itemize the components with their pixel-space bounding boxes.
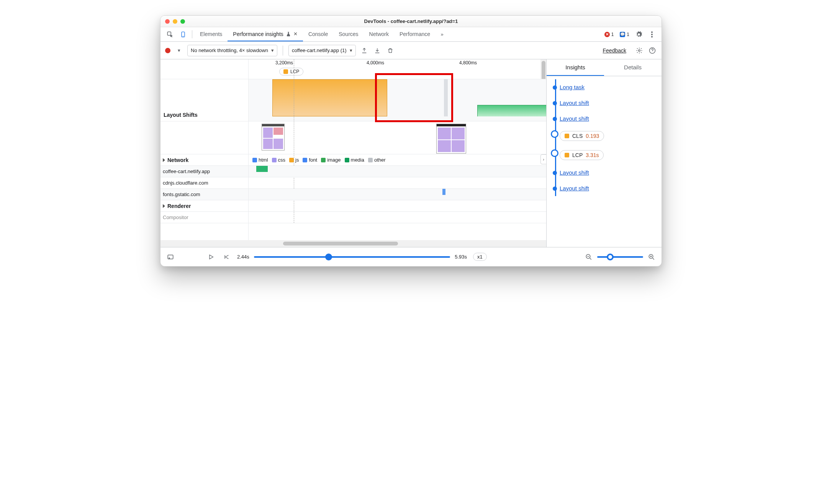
import-icon[interactable] [373, 47, 382, 54]
playback-bar: 2.44s 5.93s x1 [160, 247, 662, 266]
ruler-tick: 4,800ms [459, 60, 477, 65]
tab-console[interactable]: Console [303, 27, 333, 41]
filmstrip-frame[interactable] [436, 124, 466, 154]
insight-link[interactable]: Long task [560, 84, 585, 90]
export-icon[interactable] [360, 47, 369, 54]
tab-sources[interactable]: Sources [333, 27, 364, 41]
ruler-tick: 4,000ms [367, 60, 384, 65]
row-label-compositor[interactable]: Compositor [160, 212, 248, 223]
tab-elements[interactable]: Elements [195, 27, 228, 41]
row-label-network[interactable]: Network [160, 154, 248, 166]
insight-item[interactable]: Layout shift [560, 180, 660, 196]
timeline-dot-icon [553, 101, 557, 105]
messages-badge[interactable]: 💬 1 [618, 32, 631, 37]
zoom-out-icon[interactable] [584, 254, 593, 260]
insight-item[interactable]: Layout shift [560, 165, 660, 180]
insight-link[interactable]: Layout shift [560, 115, 589, 122]
play-icon[interactable] [206, 254, 216, 260]
kebab-menu-icon[interactable] [645, 27, 658, 41]
close-tab-icon[interactable]: ✕ [293, 31, 298, 37]
timeline-panel: Layout Shifts Network coffee-cart.netlif… [160, 59, 547, 247]
record-dropdown-icon[interactable]: ▾ [174, 47, 183, 53]
device-toolbar-icon[interactable] [177, 27, 190, 41]
timeline-metric-dot-icon [551, 130, 558, 138]
network-request-block[interactable] [442, 189, 445, 195]
legend-swatch-icon [289, 158, 294, 162]
svg-rect-8 [168, 255, 173, 259]
host-row-1[interactable]: coffee-cart.netlify.app [160, 166, 248, 177]
message-count: 1 [627, 32, 629, 37]
compositor-track[interactable] [249, 212, 546, 223]
message-dot-icon: 💬 [620, 32, 625, 37]
zoom-slider[interactable] [597, 256, 643, 258]
long-task-block[interactable] [272, 79, 387, 116]
legend-swatch-icon [368, 158, 373, 162]
disclosure-triangle-icon [163, 158, 165, 162]
lcp-marker-badge[interactable]: LCP [279, 68, 303, 75]
minimize-window-icon[interactable] [173, 19, 177, 24]
error-count: 1 [611, 32, 614, 37]
traffic-lights [165, 19, 185, 24]
host-row-3[interactable]: fonts.gstatic.com [160, 189, 248, 200]
devtools-window: DevTools - coffee-cart.netlify.app/?ad=1… [160, 15, 662, 267]
insight-metric-cls[interactable]: CLS 0.193 [560, 126, 660, 146]
settings-icon[interactable] [632, 27, 645, 41]
panel-settings-icon[interactable] [635, 47, 644, 54]
legend-swatch-icon [272, 158, 277, 162]
toggle-overview-icon[interactable] [166, 254, 175, 260]
host-row-2[interactable]: cdnjs.cloudflare.com [160, 177, 248, 189]
more-tabs-icon[interactable]: » [436, 27, 449, 41]
insight-metric-lcp[interactable]: LCP 3.31s [560, 146, 660, 165]
filmstrip-frame[interactable] [262, 124, 285, 151]
timeline-tracks[interactable]: 3,200ms 4,000ms 4,800ms LCP [249, 59, 546, 240]
record-button[interactable] [165, 48, 170, 53]
row-label-renderer[interactable]: Renderer [160, 200, 248, 212]
tab-details[interactable]: Details [604, 59, 662, 76]
insight-item[interactable]: Long task [560, 79, 660, 95]
layout-block[interactable] [477, 105, 546, 116]
insight-link[interactable]: Layout shift [560, 169, 589, 176]
throttling-select[interactable]: No network throttling, 4× slowdown ▾ [187, 45, 277, 56]
tab-insights[interactable]: Insights [547, 59, 604, 76]
insight-item[interactable]: Layout shift [560, 95, 660, 111]
main-track[interactable] [249, 79, 546, 121]
svg-point-6 [639, 49, 640, 51]
svg-line-14 [653, 258, 654, 260]
tab-network[interactable]: Network [364, 27, 394, 41]
maximize-window-icon[interactable] [180, 19, 185, 24]
delete-icon[interactable] [386, 47, 395, 54]
time-ruler[interactable]: 3,200ms 4,000ms 4,800ms LCP [249, 59, 546, 79]
network-request-block[interactable] [256, 166, 268, 172]
slider-thumb-icon[interactable] [607, 254, 614, 260]
title-bar: DevTools - coffee-cart.netlify.app/?ad=1 [160, 16, 662, 27]
horizontal-scrollbar[interactable] [160, 240, 546, 247]
network-host-track-2[interactable] [249, 177, 546, 189]
insight-item[interactable]: Layout shift [560, 111, 660, 126]
errors-badge[interactable]: ✕ 1 [603, 32, 616, 37]
rewind-icon[interactable] [222, 254, 231, 260]
network-host-track-3[interactable] [249, 189, 546, 200]
close-window-icon[interactable] [165, 19, 170, 24]
main-split: Layout Shifts Network coffee-cart.netlif… [160, 59, 662, 247]
renderer-track[interactable] [249, 200, 546, 212]
task-block[interactable] [444, 79, 448, 116]
playback-speed-chip[interactable]: x1 [473, 253, 487, 261]
network-host-track-1[interactable] [249, 166, 546, 177]
tab-performance[interactable]: Performance [394, 27, 436, 41]
filmstrip-track[interactable] [249, 121, 546, 154]
insights-list[interactable]: Long task Layout shift Layout shift [547, 76, 662, 247]
help-icon[interactable] [648, 47, 657, 54]
slider-thumb-icon[interactable] [325, 254, 332, 260]
lcp-color-swatch [283, 69, 288, 74]
insight-link[interactable]: Layout shift [560, 185, 589, 191]
collapse-sidebar-icon[interactable]: › [540, 154, 547, 164]
inspect-element-icon[interactable] [164, 27, 177, 41]
tab-label: Performance insights [233, 31, 283, 37]
tab-performance-insights[interactable]: Performance insights ✕ [228, 27, 303, 41]
zoom-in-icon[interactable] [647, 254, 656, 260]
recording-select[interactable]: coffee-cart.netlify.app (1) ▾ [288, 45, 356, 56]
feedback-link[interactable]: Feedback [603, 47, 626, 54]
time-slider[interactable] [254, 256, 450, 258]
insight-link[interactable]: Layout shift [560, 100, 589, 106]
gutter-ruler-space [160, 59, 248, 79]
